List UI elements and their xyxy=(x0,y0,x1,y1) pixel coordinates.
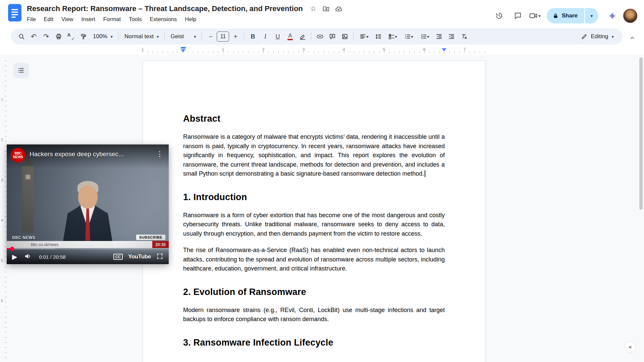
channel-avatar[interactable]: BBCNEWS xyxy=(11,148,25,163)
increase-font-size-button[interactable]: + xyxy=(229,31,241,43)
paragraph-introduction-1[interactable]: Ransomware is a form of cyber extortion … xyxy=(183,211,445,239)
account-avatar[interactable] xyxy=(623,9,637,23)
meet-caret-icon[interactable]: ▾ xyxy=(538,14,541,18)
insert-image-button[interactable] xyxy=(338,31,351,43)
ruler-mark: 4 xyxy=(1,218,3,222)
title-and-menus: Research Report: Ransomware – Threat Lan… xyxy=(27,3,344,27)
meet-call-button[interactable]: ▾ xyxy=(529,11,541,20)
play-button[interactable]: ▶ xyxy=(12,253,17,260)
font-size-input[interactable]: 11 xyxy=(217,32,229,42)
ruler-mark: 2 xyxy=(1,138,3,142)
pencil-icon xyxy=(581,34,587,40)
ruler-mark: 6 xyxy=(1,299,3,303)
underline-button[interactable]: U xyxy=(271,31,284,43)
document-title[interactable]: Research Report: Ransomware – Threat Lan… xyxy=(27,4,303,13)
scrollbar-thumb[interactable] xyxy=(639,57,643,210)
hide-menus-button[interactable] xyxy=(627,32,638,44)
first-line-indent-marker[interactable] xyxy=(181,47,186,49)
line-spacing-button[interactable] xyxy=(372,31,384,43)
undo-button[interactable]: ↶ xyxy=(28,31,40,43)
print-button[interactable] xyxy=(52,31,65,43)
align-button[interactable]: ▾ xyxy=(356,31,372,43)
bbc-url: bbc.co.uk/news xyxy=(31,242,59,247)
header-right: ▾ Share ▾ xyxy=(491,3,637,27)
subscribe-overlay[interactable]: SUBSCRIBE xyxy=(136,235,165,240)
heading-lifecycle[interactable]: 3. Ransomware Infection Lifecycle xyxy=(183,337,445,348)
insert-link-button[interactable] xyxy=(314,31,326,43)
video-top-bar: BBCNEWS Hackers expose deep cybersec... … xyxy=(7,144,169,169)
toolbar: ↶ ↷ A✓ 100%▾ Normal text▾ Geist▾ xyxy=(11,28,623,45)
ruler-mark: 7 xyxy=(464,47,466,52)
checklist-button[interactable]: ▾ xyxy=(384,31,400,43)
vertical-ruler[interactable]: 1 2 3 4 5 6 xyxy=(0,55,7,362)
youtube-watermark[interactable]: YouTube xyxy=(128,253,151,260)
fullscreen-button[interactable] xyxy=(156,253,163,261)
clear-formatting-button[interactable] xyxy=(458,31,470,43)
collapse-side-panel-button[interactable]: « xyxy=(625,341,636,353)
menu-edit[interactable]: Edit xyxy=(40,15,57,23)
share-button-group: Share ▾ xyxy=(547,8,598,23)
menu-insert[interactable]: Insert xyxy=(77,15,99,23)
ruler-mark: 5 xyxy=(383,47,385,52)
zoom-select[interactable]: 100%▾ xyxy=(90,31,116,43)
ruler-mark: 3 xyxy=(303,47,305,52)
volume-button[interactable] xyxy=(24,252,32,262)
highlight-color-button[interactable] xyxy=(296,31,309,43)
menu-format[interactable]: Format xyxy=(99,15,125,23)
bbc-news-logo: BBC NEWS xyxy=(12,235,35,240)
move-to-folder-icon[interactable] xyxy=(321,4,331,14)
video-overflow-menu[interactable]: ⋮ xyxy=(155,148,165,158)
star-icon[interactable]: ☆ xyxy=(308,4,318,14)
big-ben-silhouette xyxy=(22,166,34,233)
menu-view[interactable]: View xyxy=(57,15,77,23)
menu-extensions[interactable]: Extensions xyxy=(146,15,181,23)
paragraph-abstract[interactable]: Ransomware is a category of malware that… xyxy=(183,132,445,179)
heading-evolution[interactable]: 2. Evolution of Ransomware xyxy=(183,286,445,298)
paragraph-introduction-2[interactable]: The rise of Ransomware-as-a-Service (Raa… xyxy=(183,246,445,274)
paragraph-evolution[interactable]: Modern ransomware strains (e.g., REvil, … xyxy=(183,306,445,324)
document-page[interactable]: Abstract Ransomware is a category of mal… xyxy=(143,61,485,362)
show-outline-button[interactable] xyxy=(13,63,29,78)
google-docs-window: Research Report: Ransomware – Threat Lan… xyxy=(0,0,644,362)
add-comment-button[interactable] xyxy=(326,31,338,43)
share-options-caret[interactable]: ▾ xyxy=(585,8,598,23)
paragraph-style-select[interactable]: Normal text▾ xyxy=(121,31,162,43)
numbered-list-button[interactable]: 123 ▾ xyxy=(417,31,433,43)
decrease-indent-button[interactable] xyxy=(433,31,445,43)
cloud-status-icon[interactable] xyxy=(334,4,344,14)
time-display: 0:01 / 20:58 xyxy=(39,254,65,260)
document-canvas: 1 2 3 4 5 6 Abstract Ransomware is a cat… xyxy=(0,55,644,362)
video-title[interactable]: Hackers expose deep cybersec... xyxy=(30,148,151,158)
video-controls: ▶ 0:01 / 20:58 CC YouTube xyxy=(7,249,169,264)
menu-tools[interactable]: Tools xyxy=(125,15,146,23)
redo-button[interactable]: ↷ xyxy=(40,31,52,43)
menu-help[interactable]: Help xyxy=(181,15,200,23)
decrease-font-size-button[interactable]: − xyxy=(204,31,217,43)
italic-button[interactable]: I xyxy=(259,31,271,43)
text-color-button[interactable]: A xyxy=(284,31,296,43)
mode-select[interactable]: Editing ▾ xyxy=(576,30,619,43)
bulleted-list-button[interactable]: ▾ xyxy=(400,31,417,43)
ruler-mark: 3 xyxy=(1,178,3,182)
news-anchor-head xyxy=(78,185,98,208)
captions-button[interactable]: CC xyxy=(113,254,123,260)
docs-logo-icon[interactable] xyxy=(8,4,21,21)
gemini-icon[interactable] xyxy=(604,8,620,23)
paint-format-button[interactable] xyxy=(77,31,90,43)
horizontal-ruler[interactable]: 1 1 2 3 4 5 6 7 xyxy=(0,46,644,55)
increase-indent-button[interactable] xyxy=(445,31,458,43)
heading-introduction[interactable]: 1. Introduction xyxy=(183,191,445,203)
left-indent-marker[interactable] xyxy=(181,49,185,52)
ruler-mark: 6 xyxy=(423,47,426,52)
right-indent-marker[interactable] xyxy=(442,48,446,51)
comments-button[interactable] xyxy=(510,8,526,23)
spell-check-button[interactable]: A✓ xyxy=(65,31,77,43)
font-select[interactable]: Geist▾ xyxy=(167,31,199,43)
share-button[interactable]: Share xyxy=(547,8,584,23)
bold-button[interactable]: B xyxy=(247,31,259,43)
search-icon[interactable] xyxy=(15,31,28,43)
heading-abstract[interactable]: Abstract xyxy=(183,113,445,124)
menu-file[interactable]: File xyxy=(23,15,40,23)
version-history-button[interactable] xyxy=(491,8,507,23)
youtube-video-player[interactable]: BBC NEWS SUBSCRIBE bbc.co.uk/news 20:35 … xyxy=(7,144,169,264)
